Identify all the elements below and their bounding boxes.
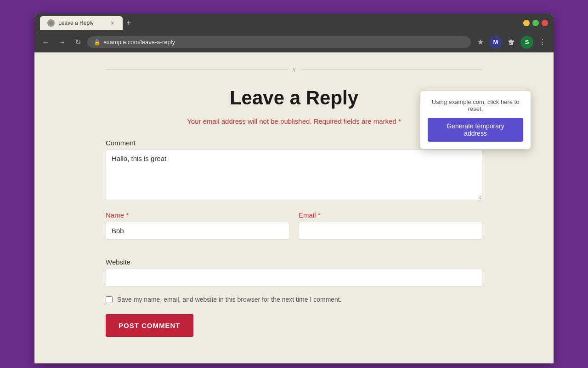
tab-close-button[interactable]: × — [110, 19, 115, 27]
required-marker: * — [398, 117, 401, 125]
website-label: Website — [106, 258, 482, 266]
maximize-button[interactable] — [532, 20, 539, 26]
profile-s-button[interactable]: S — [520, 36, 533, 49]
save-info-row: Save my name, email, and website in this… — [106, 296, 482, 303]
tab-bar: Leave a Reply × + — [40, 16, 520, 30]
name-group: Name * — [106, 211, 289, 240]
post-comment-button[interactable]: POST COMMENT — [106, 314, 193, 337]
menu-button[interactable]: ⋮ — [536, 36, 549, 48]
minimize-button[interactable] — [523, 20, 530, 26]
browser-toolbar: ← → ↻ 🔒 example.com/leave-a-reply ★ M S … — [34, 32, 554, 52]
subtitle-text: Your email address will not be published… — [187, 117, 396, 125]
address-text: example.com/leave-a-reply — [103, 39, 175, 46]
active-tab[interactable]: Leave a Reply × — [40, 16, 123, 30]
name-label: Name * — [106, 211, 289, 219]
svg-point-0 — [49, 21, 53, 25]
profile-m-button[interactable]: M — [489, 36, 502, 49]
browser-titlebar: Leave a Reply × + — [34, 14, 554, 32]
back-button[interactable]: ← — [39, 36, 52, 48]
save-info-label: Save my name, email, and website in this… — [117, 296, 342, 303]
comment-textarea[interactable]: Hallo, this is great — [106, 150, 482, 200]
tab-favicon — [47, 19, 55, 27]
browser-window: Leave a Reply × + ← → ↻ 🔒 example.com/le… — [34, 14, 554, 363]
save-info-checkbox[interactable] — [106, 296, 113, 303]
address-bar[interactable]: 🔒 example.com/leave-a-reply — [87, 36, 471, 48]
extensions-button[interactable] — [505, 36, 518, 49]
forward-button[interactable]: → — [56, 36, 68, 48]
reload-button[interactable]: ↻ — [72, 36, 84, 48]
name-email-row: Name * Email * — [106, 211, 482, 249]
browser-content[interactable]: Using example.com, click here to reset. … — [34, 52, 554, 363]
new-tab-button[interactable]: + — [123, 17, 135, 30]
email-label: Email * — [299, 211, 482, 219]
email-group: Email * — [299, 211, 482, 240]
generate-temp-address-button[interactable]: Generate temporary address — [428, 118, 523, 142]
tab-title: Leave a Reply — [58, 20, 106, 26]
close-button[interactable] — [542, 20, 548, 26]
bookmark-button[interactable]: ★ — [475, 36, 486, 48]
name-input[interactable] — [106, 222, 289, 240]
website-group: Website — [106, 258, 482, 287]
popup-text: Using example.com, click here to reset. — [428, 98, 523, 112]
website-input[interactable] — [106, 269, 482, 287]
divider: // — [106, 62, 482, 73]
divider-text: // — [288, 66, 300, 73]
window-controls — [523, 20, 548, 26]
toolbar-right: ★ M S ⋮ — [475, 36, 549, 49]
extension-popup: Using example.com, click here to reset. … — [420, 91, 531, 149]
email-input[interactable] — [299, 222, 482, 240]
lock-icon: 🔒 — [94, 39, 101, 46]
